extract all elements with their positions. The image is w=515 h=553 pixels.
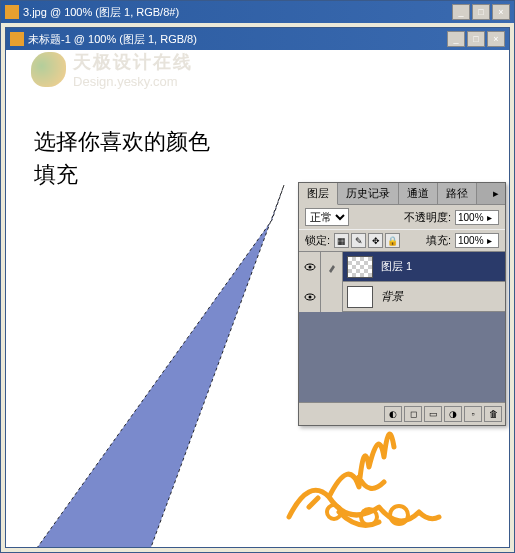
canvas[interactable]: 天极设计在线 Design.yesky.com 选择你喜欢的颜色 填充 bbox=[6, 50, 509, 547]
watermark: 天极设计在线 Design.yesky.com bbox=[31, 50, 193, 89]
opacity-label: 不透明度: bbox=[404, 210, 451, 225]
minimize-button[interactable]: _ bbox=[447, 31, 465, 47]
new-layer-button[interactable]: ▫ bbox=[464, 406, 482, 422]
brush-icon bbox=[327, 261, 337, 273]
tab-layers[interactable]: 图层 bbox=[299, 183, 338, 205]
layer-thumbnail bbox=[347, 256, 373, 278]
maximize-button[interactable]: □ bbox=[472, 4, 490, 20]
opacity-input[interactable]: 100%▸ bbox=[455, 210, 499, 225]
lock-row: 锁定: ▦ ✎ ✥ 🔒 填充: 100%▸ bbox=[299, 229, 505, 252]
window-controls: _ □ × bbox=[447, 31, 505, 47]
watermark-en: Design.yesky.com bbox=[73, 74, 193, 89]
close-button[interactable]: × bbox=[487, 31, 505, 47]
tab-channels[interactable]: 通道 bbox=[399, 183, 438, 204]
blend-mode-select[interactable]: 正常 bbox=[305, 208, 349, 226]
svg-point-5 bbox=[308, 265, 311, 268]
watermark-cn: 天极设计在线 bbox=[73, 50, 193, 74]
eye-icon bbox=[304, 263, 316, 271]
watermark-logo-icon bbox=[31, 52, 66, 87]
close-button[interactable]: × bbox=[492, 4, 510, 20]
layer-list: 图层 1 背景 bbox=[299, 252, 505, 402]
new-group-button[interactable]: ▭ bbox=[424, 406, 442, 422]
tab-history[interactable]: 历史记录 bbox=[338, 183, 399, 204]
layer-mask-button[interactable]: ◻ bbox=[404, 406, 422, 422]
outer-window: 3.jpg @ 100% (图层 1, RGB/8#) _ □ × 未标题-1 … bbox=[0, 0, 515, 553]
inner-title: 未标题-1 @ 100% (图层 1, RGB/8) bbox=[28, 32, 447, 47]
layer-name: 背景 bbox=[377, 289, 403, 304]
instruction-line1: 选择你喜欢的颜色 bbox=[34, 125, 210, 158]
link-toggle[interactable] bbox=[321, 252, 343, 282]
layer-style-button[interactable]: ◐ bbox=[384, 406, 402, 422]
maximize-button[interactable]: □ bbox=[467, 31, 485, 47]
panel-menu-icon[interactable]: ▸ bbox=[487, 183, 505, 204]
lock-all-icon[interactable]: 🔒 bbox=[385, 233, 400, 248]
minimize-button[interactable]: _ bbox=[452, 4, 470, 20]
document-icon bbox=[10, 32, 24, 46]
inner-titlebar: 未标题-1 @ 100% (图层 1, RGB/8) _ □ × bbox=[6, 28, 509, 50]
lock-brush-icon[interactable]: ✎ bbox=[351, 233, 366, 248]
blend-opacity-row: 正常 不透明度: 100%▸ bbox=[299, 205, 505, 229]
delete-layer-button[interactable]: 🗑 bbox=[484, 406, 502, 422]
svg-point-7 bbox=[308, 295, 311, 298]
document-icon bbox=[5, 5, 19, 19]
layer-name: 图层 1 bbox=[377, 259, 412, 274]
layer-thumbnail bbox=[347, 286, 373, 308]
svg-marker-0 bbox=[14, 185, 284, 547]
fill-label: 填充: bbox=[426, 233, 451, 248]
tab-paths[interactable]: 路径 bbox=[438, 183, 477, 204]
panel-tabs: 图层 历史记录 通道 路径 ▸ bbox=[299, 183, 505, 205]
layer-item[interactable]: 背景 bbox=[299, 282, 505, 312]
visibility-toggle[interactable] bbox=[299, 282, 321, 312]
panel-footer: ◐ ◻ ▭ ◑ ▫ 🗑 bbox=[299, 402, 505, 425]
outer-titlebar: 3.jpg @ 100% (图层 1, RGB/8#) _ □ × bbox=[1, 1, 514, 23]
adjustment-button[interactable]: ◑ bbox=[444, 406, 462, 422]
lock-label: 锁定: bbox=[305, 233, 330, 248]
triangle-selection bbox=[14, 185, 289, 547]
link-toggle[interactable] bbox=[321, 282, 343, 312]
eye-icon bbox=[304, 293, 316, 301]
visibility-toggle[interactable] bbox=[299, 252, 321, 282]
layers-panel: 图层 历史记录 通道 路径 ▸ 正常 不透明度: 100%▸ bbox=[298, 182, 506, 426]
window-controls: _ □ × bbox=[452, 4, 510, 20]
fill-input[interactable]: 100%▸ bbox=[455, 233, 499, 248]
inner-window: 未标题-1 @ 100% (图层 1, RGB/8) _ □ × 天极设计在线 … bbox=[5, 27, 510, 548]
lock-transparency-icon[interactable]: ▦ bbox=[334, 233, 349, 248]
lock-move-icon[interactable]: ✥ bbox=[368, 233, 383, 248]
instruction-text: 选择你喜欢的颜色 填充 bbox=[34, 125, 210, 191]
outer-title: 3.jpg @ 100% (图层 1, RGB/8#) bbox=[23, 5, 452, 20]
layer-item[interactable]: 图层 1 bbox=[299, 252, 505, 282]
